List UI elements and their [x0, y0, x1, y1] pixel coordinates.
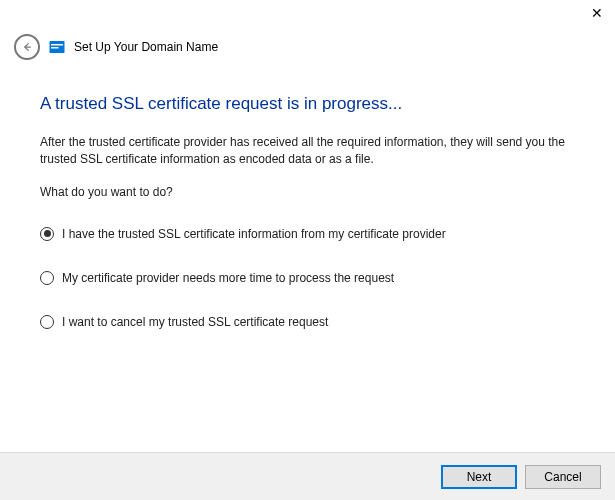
svg-rect-3 [51, 47, 59, 49]
wizard-title: Set Up Your Domain Name [74, 40, 218, 54]
option-label: My certificate provider needs more time … [62, 271, 394, 285]
domain-icon [48, 38, 66, 56]
radio-icon [40, 271, 54, 285]
back-button[interactable] [14, 34, 40, 60]
arrow-left-icon [22, 42, 32, 52]
option-cancel-request[interactable]: I want to cancel my trusted SSL certific… [40, 315, 575, 329]
page-description: After the trusted certificate provider h… [40, 134, 575, 169]
wizard-content: A trusted SSL certificate request is in … [0, 70, 615, 329]
radio-icon [40, 227, 54, 241]
wizard-footer: Next Cancel [0, 452, 615, 500]
wizard-header: Set Up Your Domain Name [0, 0, 615, 70]
option-more-time[interactable]: My certificate provider needs more time … [40, 271, 575, 285]
option-label: I want to cancel my trusted SSL certific… [62, 315, 328, 329]
next-button[interactable]: Next [441, 465, 517, 489]
option-have-cert[interactable]: I have the trusted SSL certificate infor… [40, 227, 575, 241]
svg-rect-2 [51, 44, 63, 46]
cancel-button[interactable]: Cancel [525, 465, 601, 489]
page-prompt: What do you want to do? [40, 185, 575, 199]
page-heading: A trusted SSL certificate request is in … [40, 94, 575, 114]
option-label: I have the trusted SSL certificate infor… [62, 227, 446, 241]
radio-icon [40, 315, 54, 329]
options-group: I have the trusted SSL certificate infor… [40, 227, 575, 329]
close-icon[interactable]: ✕ [591, 6, 603, 20]
